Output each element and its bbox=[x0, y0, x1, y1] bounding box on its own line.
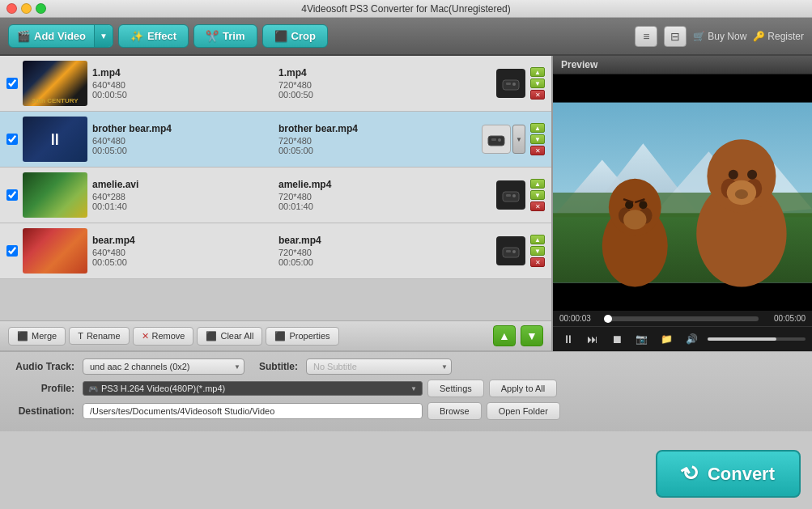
subtitle-label: Subtitle: bbox=[259, 361, 298, 372]
window-controls[interactable] bbox=[6, 3, 46, 14]
total-time: 00:05:00 bbox=[763, 314, 806, 323]
row-remove-btn-3[interactable]: ✕ bbox=[530, 201, 545, 211]
maximize-button[interactable] bbox=[36, 3, 46, 14]
row-up-btn-4[interactable]: ▲ bbox=[530, 235, 545, 244]
rename-button[interactable]: T Rename bbox=[69, 327, 129, 345]
merge-button[interactable]: ⬛ Merge bbox=[8, 327, 66, 346]
row-checkbox-1[interactable] bbox=[6, 78, 18, 89]
screenshot-button[interactable]: 📷 bbox=[632, 332, 651, 346]
row-checkbox-4[interactable] bbox=[6, 245, 18, 257]
src-filename-2: brother bear.mp4 bbox=[92, 123, 214, 134]
preview-video bbox=[553, 74, 812, 311]
row-up-btn-3[interactable]: ▲ bbox=[530, 179, 545, 189]
title-bar: 4Videosoft PS3 Converter for Mac(Unregis… bbox=[0, 0, 812, 18]
table-row[interactable]: amelie.avi 640*288 00:01:40 amelie.mp4 7… bbox=[0, 168, 551, 223]
view-list-button[interactable]: ≡ bbox=[635, 26, 657, 47]
row-up-btn-2[interactable]: ▲ bbox=[530, 123, 545, 133]
apply-to-all-button[interactable]: Apply to All bbox=[489, 380, 557, 397]
browse-button[interactable]: Browse bbox=[427, 402, 482, 420]
minimize-button[interactable] bbox=[21, 3, 32, 14]
table-row[interactable]: ⏸ brother bear.mp4 640*480 00:05:00 brot… bbox=[0, 112, 551, 168]
table-row[interactable]: bear.mp4 640*480 00:05:00 bear.mp4 720*4… bbox=[0, 223, 551, 279]
register-button[interactable]: 🔑 Register bbox=[753, 31, 804, 42]
settings-button[interactable]: Settings bbox=[427, 380, 484, 397]
profile-controls: 🎮 PS3 H.264 Video(480P)(*.mp4) ▼ Setting… bbox=[83, 380, 557, 397]
effect-button[interactable]: ✨ Effect bbox=[118, 24, 189, 48]
dest-filename-1: 1.mp4 bbox=[278, 67, 400, 78]
svg-rect-1 bbox=[506, 83, 511, 85]
destination-input[interactable] bbox=[83, 403, 423, 419]
src-dur-4: 00:05:00 bbox=[92, 257, 214, 267]
view-grid-button[interactable]: ⊟ bbox=[664, 26, 687, 47]
clear-all-button[interactable]: ⬛ Clear All bbox=[197, 327, 262, 346]
file-list-container: 20th CENTURY 1.mp4 640*480 00:00:50 1.mp… bbox=[0, 56, 553, 351]
move-up-button[interactable]: ▲ bbox=[493, 325, 516, 346]
file-info-3: amelie.avi 640*288 00:01:40 amelie.mp4 7… bbox=[92, 179, 491, 211]
move-down-button[interactable]: ▼ bbox=[521, 325, 543, 346]
src-res-2: 640*480 bbox=[92, 136, 214, 146]
volume-button[interactable]: 🔊 bbox=[682, 332, 701, 346]
svg-point-11 bbox=[512, 250, 516, 253]
add-video-button[interactable]: 🎬 Add Video bbox=[9, 25, 94, 47]
buy-now-button[interactable]: 🛒 Buy Now bbox=[693, 31, 746, 42]
src-res-4: 640*480 bbox=[92, 248, 214, 257]
pause-button[interactable]: ⏸ bbox=[559, 331, 577, 347]
preview-panel: Preview bbox=[553, 56, 812, 351]
convert-button[interactable]: ↻ Convert bbox=[656, 450, 801, 498]
row-down-btn-1[interactable]: ▼ bbox=[530, 78, 545, 88]
preview-time-bar: 00:00:03 00:05:00 bbox=[553, 311, 812, 326]
time-progress-bar[interactable] bbox=[606, 316, 759, 321]
ps3-device-group-2: ▼ bbox=[482, 125, 525, 154]
dest-res-4: 720*480 bbox=[278, 248, 400, 257]
folder-button[interactable]: 📁 bbox=[657, 332, 676, 346]
ps3-dropdown-button-2[interactable]: ▼ bbox=[512, 125, 525, 154]
remove-button[interactable]: ✕ Remove bbox=[133, 327, 194, 346]
ps3-svg-2 bbox=[485, 128, 508, 151]
audio-track-select[interactable]: und aac 2 channels (0x2) bbox=[83, 358, 244, 375]
src-res-1: 640*480 bbox=[92, 80, 214, 90]
profile-select-display[interactable]: 🎮 PS3 H.264 Video(480P)(*.mp4) ▼ bbox=[83, 381, 423, 396]
toolbar-right: ≡ ⊟ 🛒 Buy Now 🔑 Register bbox=[635, 26, 804, 47]
row-controls-2: ▲ ▼ ✕ bbox=[530, 123, 545, 155]
volume-bar[interactable] bbox=[708, 337, 806, 341]
progress-handle[interactable] bbox=[604, 315, 612, 323]
move-buttons: ▲ ▼ bbox=[493, 325, 543, 346]
svg-rect-4 bbox=[491, 138, 496, 141]
svg-rect-6 bbox=[503, 192, 519, 201]
cart-icon: 🛒 bbox=[693, 31, 705, 42]
row-down-btn-3[interactable]: ▼ bbox=[530, 190, 545, 200]
preview-frame bbox=[553, 74, 812, 311]
main-area: 20th CENTURY 1.mp4 640*480 00:00:50 1.mp… bbox=[0, 56, 812, 351]
stop-button[interactable]: ⏹ bbox=[608, 331, 626, 347]
row-remove-btn-4[interactable]: ✕ bbox=[530, 257, 545, 267]
crop-button[interactable]: ⬛ Crop bbox=[262, 24, 328, 48]
step-forward-button[interactable]: ⏭ bbox=[584, 331, 602, 347]
trim-icon: ✂️ bbox=[206, 30, 219, 42]
svg-point-2 bbox=[512, 83, 516, 86]
row-down-btn-4[interactable]: ▼ bbox=[530, 246, 545, 256]
subtitle-select[interactable]: No Subtitle bbox=[306, 358, 452, 375]
pause-icon-2: ⏸ bbox=[47, 130, 63, 149]
row-up-btn-1[interactable]: ▲ bbox=[530, 67, 545, 77]
trim-button[interactable]: ✂️ Trim bbox=[193, 24, 257, 48]
row-down-btn-2[interactable]: ▼ bbox=[530, 134, 545, 144]
row-checkbox-2[interactable] bbox=[6, 134, 18, 145]
add-video-dropdown-arrow[interactable]: ▼ bbox=[94, 25, 113, 47]
row-remove-btn-2[interactable]: ✕ bbox=[530, 146, 545, 155]
open-folder-button[interactable]: Open Folder bbox=[487, 402, 560, 420]
svg-rect-9 bbox=[503, 248, 519, 257]
destination-controls: Browse Open Folder bbox=[83, 402, 560, 420]
audio-track-label: Audio Track: bbox=[10, 361, 74, 372]
row-checkbox-3[interactable] bbox=[6, 189, 18, 201]
convert-label: Convert bbox=[708, 464, 775, 485]
ps3-device-icon-4 bbox=[496, 236, 525, 265]
row-controls-3: ▲ ▼ ✕ bbox=[530, 179, 545, 211]
dest-dur-4: 00:05:00 bbox=[278, 257, 400, 267]
table-row[interactable]: 20th CENTURY 1.mp4 640*480 00:00:50 1.mp… bbox=[0, 56, 551, 112]
properties-button[interactable]: ⬛ Properties bbox=[266, 327, 338, 346]
effect-label: Effect bbox=[147, 30, 176, 42]
dest-dur-1: 00:00:50 bbox=[278, 90, 400, 100]
row-remove-btn-1[interactable]: ✕ bbox=[530, 90, 545, 100]
ps3-svg-4 bbox=[500, 240, 522, 262]
close-button[interactable] bbox=[6, 3, 17, 14]
